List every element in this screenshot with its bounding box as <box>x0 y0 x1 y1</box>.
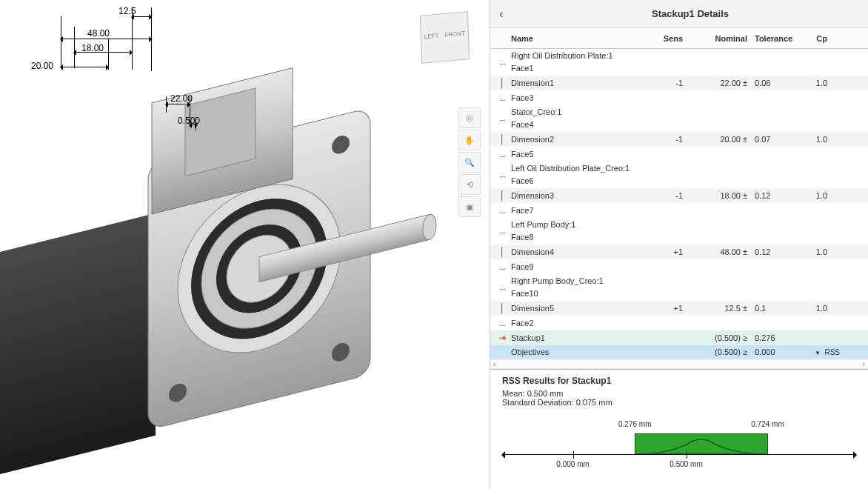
row-nominal: 48.00 ± <box>689 247 752 256</box>
group-title[interactable]: Stator_Creo:1 <box>490 105 868 117</box>
table-row[interactable]: ⎴Face10 <box>490 286 868 301</box>
row-name: Face5 <box>511 150 644 159</box>
row-cp: 1.0 <box>800 191 833 200</box>
group-title[interactable]: Right Pump Body_Creo:1 <box>490 274 868 286</box>
stackup-tree[interactable]: Right Oil Distribution Plate:1⎴Face1│Dim… <box>490 49 868 359</box>
row-tolerance: 0.276 <box>752 333 800 342</box>
row-tolerance: 0.08 <box>752 79 800 87</box>
results-stddev: Standard Deviation: 0.075 mm <box>502 398 856 407</box>
row-marker: ⎴ <box>493 176 511 186</box>
dimension-row[interactable]: │Dimension3-118.00 ±0.121.0 <box>490 188 868 203</box>
col-sens: Sens <box>644 34 689 43</box>
model-render <box>0 7 474 482</box>
row-name: Face8 <box>511 233 644 242</box>
row-name: Face9 <box>511 262 644 271</box>
dimension-row[interactable]: │Dimension5+112.5 ±0.11.0 <box>490 301 868 316</box>
row-name: Dimension1 <box>511 79 644 87</box>
row-sens: +1 <box>644 247 689 256</box>
row-sens: -1 <box>644 135 689 144</box>
row-cp: 1.0 <box>800 304 833 313</box>
results-title: RSS Results for Stackup1 <box>502 376 856 386</box>
view-cube[interactable]: LEFT FRONT <box>420 11 470 63</box>
row-nominal: 20.00 ± <box>689 135 752 144</box>
dimension-row[interactable]: │Dimension4+148.00 ±0.121.0 <box>490 245 868 259</box>
method-dropdown[interactable]: ▼ RSS <box>800 348 833 356</box>
stackup-summary-row[interactable]: ⇥Stackup1(0.500) ≥0.276 <box>490 330 868 345</box>
table-row[interactable]: ⎵Face2 <box>490 316 868 330</box>
table-row[interactable]: ⎵Face3 <box>490 90 868 105</box>
group-title[interactable]: Left Oil Distribution Plate_Creo:1 <box>490 162 868 173</box>
model-viewport[interactable]: 20.00 18.00 48.00 12.5 22.00 0.500 LEFT … <box>0 0 490 489</box>
group-title[interactable]: Right Oil Distribution Plate:1 <box>490 49 868 61</box>
row-name: Face7 <box>511 206 644 215</box>
table-row[interactable]: ⎴Face8 <box>490 230 868 245</box>
view-cube-front: FRONT <box>444 30 465 39</box>
camera-icon[interactable]: ▣ <box>458 196 481 217</box>
table-row[interactable]: ⎵Face5 <box>490 147 868 162</box>
row-marker: ⎴ <box>493 288 511 299</box>
col-nominal: Nominal <box>689 34 752 43</box>
row-marker: ⎴ <box>493 232 511 242</box>
row-marker: ⎵ <box>493 205 511 216</box>
row-name: Dimension5 <box>511 304 644 313</box>
results-plot: 0.276 mm 0.724 mm 0.000 mm 0.500 mm <box>502 411 856 482</box>
stackup-details-panel: ‹ Stackup1 Details Name Sens Nominal Tol… <box>490 0 868 489</box>
table-row[interactable]: ⎴Face4 <box>490 117 868 132</box>
row-tolerance: 0.12 <box>752 191 800 200</box>
row-tolerance: 0.12 <box>752 247 800 256</box>
dimension-row[interactable]: │Dimension1-122.00 ±0.081.0 <box>490 76 868 90</box>
row-name: Face6 <box>511 176 644 185</box>
results-mean: Mean: 0.500 mm <box>502 389 856 398</box>
back-button[interactable]: ‹ <box>490 7 513 21</box>
panel-title: Stackup1 Details <box>513 8 868 19</box>
col-tolerance: Tolerance <box>752 34 800 43</box>
tol-lo-label: 0.276 mm <box>618 420 651 428</box>
row-nominal: 18.00 ± <box>689 191 752 200</box>
dimension-row[interactable]: │Dimension2-120.00 ±0.071.0 <box>490 132 868 147</box>
table-row[interactable]: ⎴Face6 <box>490 173 868 188</box>
orbit-icon[interactable]: ◎ <box>458 107 481 128</box>
row-marker: ⎴ <box>493 63 511 73</box>
row-marker: │ <box>493 190 511 201</box>
row-tolerance: 0.07 <box>752 135 800 144</box>
plot-axis <box>502 454 856 455</box>
results-panel: RSS Results for Stackup1 Mean: 0.500 mm … <box>490 369 868 489</box>
objectives-row[interactable]: Objectives(0.500) ≥0.000▼ RSS <box>490 345 868 359</box>
tolerance-band <box>635 433 767 454</box>
row-marker: ⎵ <box>493 149 511 159</box>
row-sens: +1 <box>644 304 689 313</box>
tol-hi-label: 0.724 mm <box>751 420 784 428</box>
row-name: Face10 <box>511 289 644 298</box>
row-marker: ⎵ <box>493 318 511 328</box>
row-name: Dimension4 <box>511 247 644 256</box>
row-nominal: 12.5 ± <box>689 304 752 313</box>
row-name: Face1 <box>511 64 644 73</box>
nav-toolbar: ◎ ✋ 🔍 ⟲ ▣ <box>458 107 481 217</box>
svg-rect-0 <box>0 213 156 474</box>
row-marker: │ <box>493 303 511 313</box>
zoom-icon[interactable]: 🔍 <box>458 152 481 173</box>
tick-500: 0.500 mm <box>670 460 702 468</box>
row-marker: │ <box>493 247 511 257</box>
table-row[interactable]: ⎵Face9 <box>490 259 868 274</box>
row-name: Objectives <box>511 347 644 356</box>
table-row[interactable]: ⎴Face1 <box>490 61 868 76</box>
horizontal-scrollbar[interactable]: ‹› <box>490 359 868 369</box>
table-row[interactable]: ⎵Face7 <box>490 203 868 218</box>
row-tolerance: 0.000 <box>752 347 800 356</box>
row-marker: ⎵ <box>493 262 511 272</box>
row-nominal: 22.00 ± <box>689 79 752 87</box>
row-name: Face4 <box>511 120 644 129</box>
pan-icon[interactable]: ✋ <box>458 130 481 150</box>
row-name: Dimension2 <box>511 135 644 144</box>
row-nominal: (0.500) ≥ <box>689 333 752 342</box>
rotate-icon[interactable]: ⟲ <box>458 174 481 195</box>
row-name: Stackup1 <box>511 333 644 342</box>
row-cp: 1.0 <box>800 247 833 256</box>
row-marker: │ <box>493 78 511 88</box>
row-cp: 1.0 <box>800 79 833 87</box>
tick-0: 0.000 mm <box>556 460 589 468</box>
row-name: Dimension3 <box>511 191 644 200</box>
group-title[interactable]: Left Pump Body:1 <box>490 218 868 230</box>
table-header: Name Sens Nominal Tolerance Cp <box>490 28 868 49</box>
